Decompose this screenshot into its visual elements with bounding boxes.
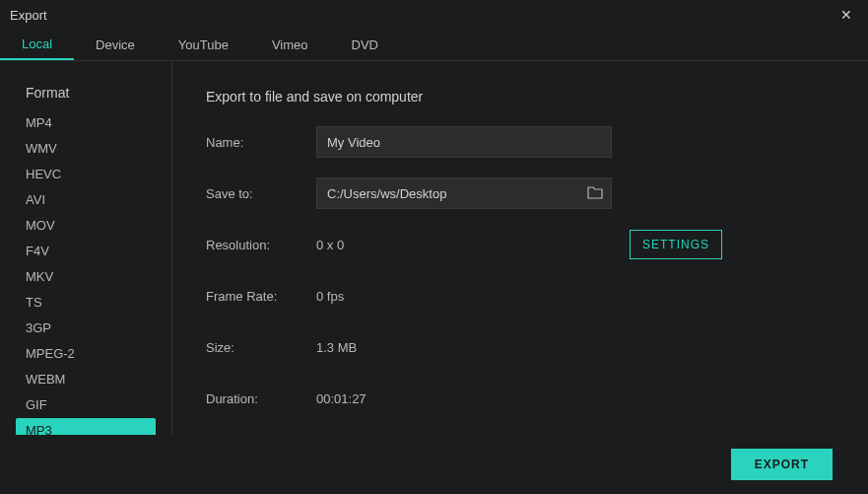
- sidebar-title: Format: [16, 85, 156, 101]
- duration-label: Duration:: [206, 391, 316, 406]
- framerate-label: Frame Rate:: [206, 289, 316, 304]
- tab-youtube[interactable]: YouTube: [157, 30, 250, 60]
- format-mp4[interactable]: MP4: [16, 110, 156, 135]
- format-mpeg2[interactable]: MPEG-2: [16, 341, 156, 366]
- tab-label: YouTube: [178, 37, 229, 52]
- resolution-label: Resolution:: [206, 238, 316, 252]
- saveto-label: Save to:: [206, 186, 316, 201]
- settings-button[interactable]: SETTINGS: [630, 230, 722, 259]
- footer: EXPORT: [0, 435, 868, 494]
- format-wmv[interactable]: WMV: [16, 136, 156, 161]
- format-webm[interactable]: WEBM: [16, 367, 156, 391]
- name-label: Name:: [206, 135, 316, 150]
- window-title: Export: [10, 8, 47, 23]
- size-value: 1.3 MB: [316, 340, 829, 355]
- format-ts[interactable]: TS: [16, 290, 156, 315]
- format-gif[interactable]: GIF: [16, 392, 156, 417]
- saveto-box: C:/Users/ws/Desktop: [316, 177, 612, 209]
- format-mkv[interactable]: MKV: [16, 264, 156, 289]
- tab-dvd[interactable]: DVD: [330, 30, 400, 60]
- tab-device[interactable]: Device: [74, 30, 157, 60]
- main-heading: Export to file and save on computer: [206, 89, 829, 105]
- saveto-value: C:/Users/ws/Desktop: [327, 186, 587, 201]
- tabbar: Local Device YouTube Vimeo DVD: [0, 30, 868, 61]
- format-mov[interactable]: MOV: [16, 213, 156, 238]
- tab-label: Device: [96, 37, 135, 52]
- close-icon[interactable]: ✕: [835, 3, 858, 27]
- format-avi[interactable]: AVI: [16, 187, 156, 212]
- name-input[interactable]: [316, 126, 612, 158]
- format-3gp[interactable]: 3GP: [16, 316, 156, 340]
- format-f4v[interactable]: F4V: [16, 239, 156, 263]
- framerate-value: 0 fps: [316, 289, 829, 304]
- folder-icon[interactable]: [587, 185, 603, 202]
- main-panel: Export to file and save on computer Name…: [172, 61, 868, 435]
- format-hevc[interactable]: HEVC: [16, 162, 156, 186]
- duration-value: 00:01:27: [316, 391, 829, 406]
- tab-local[interactable]: Local: [0, 30, 74, 60]
- tab-label: Vimeo: [272, 37, 308, 52]
- titlebar: Export ✕: [0, 0, 868, 30]
- tab-vimeo[interactable]: Vimeo: [250, 30, 330, 60]
- tab-label: DVD: [352, 37, 378, 52]
- format-mp3[interactable]: MP3: [16, 418, 156, 435]
- sidebar: Format MP4 WMV HEVC AVI MOV F4V MKV TS 3…: [0, 61, 172, 435]
- export-button[interactable]: EXPORT: [731, 449, 833, 480]
- size-label: Size:: [206, 340, 316, 355]
- tab-label: Local: [22, 36, 52, 51]
- resolution-value: 0 x 0: [316, 238, 630, 252]
